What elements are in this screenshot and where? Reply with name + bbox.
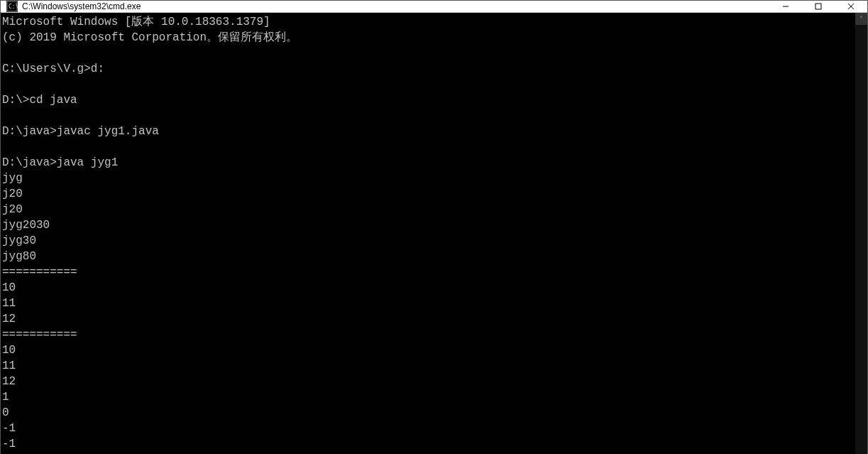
client-area: Microsoft Windows [版本 10.0.18363.1379] (… (1, 13, 867, 454)
minimize-button[interactable] (769, 1, 802, 12)
window-controls (769, 1, 867, 12)
cmd-window: C:\ C:\Windows\system32\cmd.exe Microsof… (0, 0, 868, 454)
svg-rect-4 (815, 4, 821, 9)
titlebar[interactable]: C:\ C:\Windows\system32\cmd.exe (1, 1, 867, 13)
maximize-button[interactable] (802, 1, 835, 12)
cmd-icon: C:\ (6, 1, 18, 12)
scroll-track[interactable] (855, 25, 867, 454)
svg-text:C:\: C:\ (9, 4, 18, 10)
terminal-output[interactable]: Microsoft Windows [版本 10.0.18363.1379] (… (1, 13, 855, 454)
vertical-scrollbar[interactable]: ˄ ˅ (855, 13, 867, 454)
close-button[interactable] (835, 1, 867, 12)
scroll-up-button[interactable]: ˄ (855, 13, 867, 25)
window-title: C:\Windows\system32\cmd.exe (22, 1, 769, 11)
